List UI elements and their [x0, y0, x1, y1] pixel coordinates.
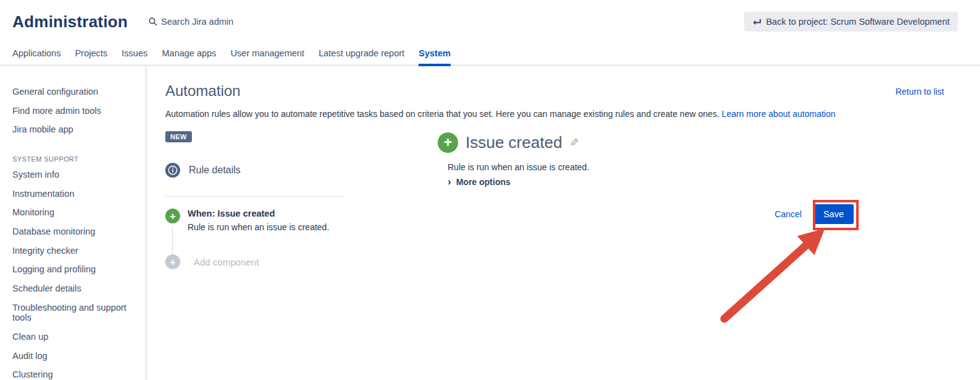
step-connector-line	[172, 226, 173, 256]
sidebar-item-scheduler-details[interactable]: Scheduler details	[12, 279, 133, 298]
back-button-label: Back to project: Scrum Software Developm…	[766, 17, 950, 27]
search-icon	[149, 17, 157, 26]
chevron-right-icon: ›	[448, 176, 451, 187]
add-component-step[interactable]: + Add component	[165, 254, 259, 269]
automation-heading: Automation	[165, 82, 240, 100]
search-input[interactable]: Search Jira admin	[149, 17, 233, 27]
when-step-title: When: Issue created	[188, 209, 329, 218]
return-to-list-link[interactable]: Return to list	[895, 87, 944, 97]
annotation-arrow	[716, 221, 834, 326]
when-issue-created-step[interactable]: + When: Issue created Rule is run when a…	[165, 209, 329, 232]
rule-details-label: Rule details	[189, 165, 241, 176]
add-component-label: Add component	[194, 257, 259, 267]
admin-nav-tabs: Applications Projects Issues Manage apps…	[0, 43, 980, 66]
info-icon	[165, 163, 180, 178]
save-button[interactable]: Save	[813, 204, 854, 224]
more-options-label: More options	[456, 177, 511, 187]
sidebar-item-monitoring[interactable]: Monitoring	[12, 203, 133, 222]
edit-rule-name-icon[interactable]: ✎	[570, 136, 579, 150]
new-badge: NEW	[165, 131, 192, 142]
automation-main: Automation Return to list Automation rul…	[147, 66, 980, 380]
tab-issues[interactable]: Issues	[122, 48, 148, 64]
tab-latest-upgrade-report[interactable]: Latest upgrade report	[319, 48, 405, 64]
sidebar-item-clean-up[interactable]: Clean up	[12, 327, 133, 347]
automation-description: Automation rules allow you to automate r…	[165, 109, 836, 119]
sidebar-item-integrity-checker[interactable]: Integrity checker	[12, 241, 133, 261]
tab-projects[interactable]: Projects	[75, 48, 107, 64]
description-text: Automation rules allow you to automate r…	[165, 109, 719, 119]
rule-trigger-plus-icon: +	[438, 132, 458, 153]
page-title: Administration	[12, 12, 128, 32]
tab-system[interactable]: System	[418, 48, 451, 64]
rule-details-step[interactable]: Rule details	[165, 163, 241, 178]
tab-applications[interactable]: Applications	[12, 48, 61, 64]
tab-user-management[interactable]: User management	[230, 48, 304, 64]
back-to-project-button[interactable]: Back to project: Scrum Software Developm…	[744, 12, 958, 32]
admin-header: Administration Search Jira admin Back to…	[0, 0, 980, 43]
panel-divider	[165, 196, 343, 197]
return-arrow-icon	[752, 18, 761, 26]
sidebar-item-instrumentation[interactable]: Instrumentation	[12, 184, 133, 204]
sidebar-item-jira-mobile-app[interactable]: Jira mobile app	[12, 120, 133, 139]
tab-manage-apps[interactable]: Manage apps	[162, 48, 217, 64]
more-options-toggle[interactable]: › More options	[448, 176, 511, 187]
sidebar-item-find-more-admin-tools[interactable]: Find more admin tools	[12, 101, 133, 121]
sidebar-item-system-info[interactable]: System info	[12, 165, 133, 184]
sidebar-item-general-configuration[interactable]: General configuration	[12, 82, 133, 101]
rule-header: + Issue created ✎	[438, 132, 579, 153]
sidebar-item-logging-and-profiling[interactable]: Logging and profiling	[12, 260, 133, 279]
rule-name: Issue created	[466, 133, 562, 152]
trigger-plus-icon: +	[165, 209, 180, 223]
when-step-description: Rule is run when an issue is created.	[188, 222, 329, 232]
search-placeholder: Search Jira admin	[161, 17, 233, 27]
sidebar-item-database-monitoring[interactable]: Database monitoring	[12, 222, 133, 241]
learn-more-link[interactable]: Learn more about automation	[722, 109, 836, 119]
rule-description: Rule is run when an issue is created.	[448, 162, 589, 172]
add-component-plus-icon: +	[165, 254, 180, 269]
sidebar-item-clustering[interactable]: Clustering	[12, 365, 133, 380]
system-sidebar: General configuration Find more admin to…	[0, 66, 147, 380]
cancel-button[interactable]: Cancel	[774, 209, 802, 219]
sidebar-item-troubleshooting[interactable]: Troubleshooting and support tools	[12, 298, 133, 327]
sidebar-section-system-support: SYSTEM SUPPORT	[12, 152, 133, 165]
form-actions: Cancel Save	[774, 204, 854, 224]
sidebar-item-audit-log[interactable]: Audit log	[12, 347, 133, 366]
